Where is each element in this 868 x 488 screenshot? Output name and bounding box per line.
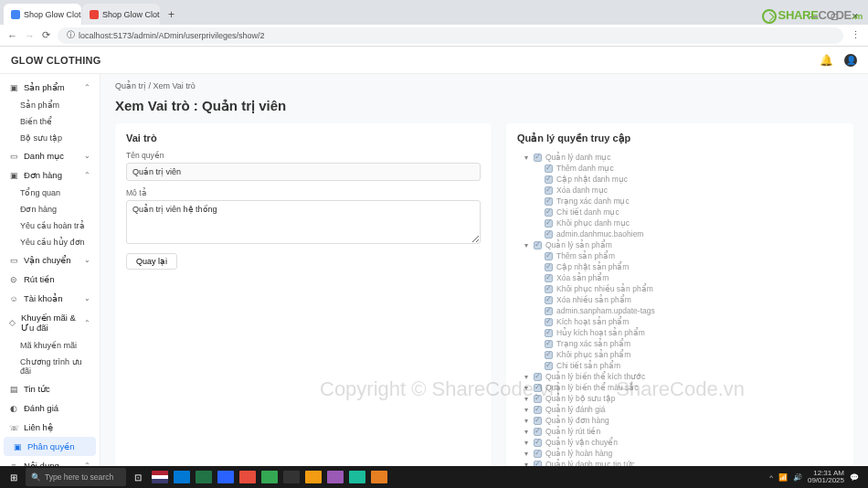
permission-item[interactable]: Xóa danh mục — [517, 185, 842, 196]
checkbox[interactable] — [545, 230, 553, 239]
checkbox[interactable] — [534, 406, 542, 414]
checkbox[interactable] — [545, 175, 553, 184]
permission-item[interactable]: Xóa sản phẩm — [517, 272, 842, 283]
permission-item[interactable]: ▾Quản lý bộ sưu tập — [517, 393, 842, 404]
sidebar-item-shipping[interactable]: ▭Vận chuyển⌄ — [0, 250, 100, 270]
taskbar-app[interactable] — [281, 467, 302, 487]
checkbox[interactable] — [545, 329, 553, 337]
brand-logo[interactable]: GLOW CLOTHING — [11, 55, 101, 66]
browser-menu-icon[interactable]: ⋮ — [851, 29, 861, 41]
nav-reload-icon[interactable]: ⟳ — [42, 29, 50, 41]
taskbar-app[interactable] — [259, 467, 280, 487]
checkbox[interactable] — [545, 307, 553, 315]
permission-item[interactable]: Thêm danh mục — [517, 163, 842, 174]
sidebar-item-products[interactable]: ▣Sản phẩm⌃ — [0, 78, 100, 97]
permission-item[interactable]: ▾Quản lý danh mục — [517, 152, 842, 163]
sidebar-sub-orders[interactable]: Đơn hàng — [0, 201, 100, 217]
sidebar-item-withdraw[interactable]: ⊝Rút tiền — [0, 270, 100, 289]
sidebar-item-accounts[interactable]: ☺Tài khoản⌄ — [0, 289, 100, 308]
sidebar-item-categories[interactable]: ▭Danh mục⌄ — [0, 146, 100, 165]
permission-item[interactable]: Chi tiết danh mục — [517, 207, 842, 217]
permission-item[interactable]: Thêm sản phẩm — [517, 250, 842, 261]
checkbox[interactable] — [534, 450, 542, 458]
sidebar-item-orders[interactable]: ▣Đơn hàng⌃ — [0, 165, 100, 185]
taskbar-app[interactable] — [172, 467, 192, 487]
permission-item[interactable]: ▾Quản lý biến thể màu sắc — [517, 382, 842, 393]
user-avatar-icon[interactable]: 👤 — [844, 54, 857, 67]
sidebar-item-reviews[interactable]: ◐Đánh giá — [0, 398, 100, 418]
checkbox[interactable] — [545, 340, 553, 348]
checkbox[interactable] — [545, 219, 553, 228]
taskbar-app[interactable] — [325, 467, 345, 487]
taskbar-app[interactable] — [238, 467, 258, 487]
nav-back-icon[interactable]: ← — [7, 30, 17, 41]
checkbox[interactable] — [545, 274, 553, 282]
checkbox[interactable] — [534, 154, 542, 162]
permission-item[interactable]: ▾Quản lý sản phẩm — [517, 239, 842, 250]
sidebar-sub-deals[interactable]: Chương trình ưu đãi — [0, 354, 100, 379]
sidebar-sub-variants[interactable]: Biến thể — [0, 113, 100, 130]
sidebar-item-permissions[interactable]: ▣Phân quyền — [4, 437, 96, 456]
tray-network-icon[interactable]: 📶 — [778, 473, 788, 482]
checkbox[interactable] — [545, 351, 553, 359]
taskbar-clock[interactable]: 12:31 AM 09/01/2025 — [808, 470, 844, 484]
url-input[interactable]: ⓘ localhost:5173/admin/ADmin/userprivile… — [58, 27, 843, 44]
sidebar-item-news[interactable]: ▤Tin tức — [0, 379, 100, 398]
checkbox[interactable] — [545, 197, 553, 206]
permission-item[interactable]: Khôi phục nhiều sản phẩm — [517, 283, 842, 294]
taskbar-app[interactable] — [369, 467, 389, 487]
taskbar-app[interactable] — [150, 467, 170, 487]
tray-volume-icon[interactable]: 🔊 — [793, 473, 802, 482]
permission-item[interactable]: Chi tiết sản phẩm — [517, 360, 842, 371]
sidebar-sub-products[interactable]: Sản phẩm — [0, 97, 100, 113]
checkbox[interactable] — [534, 373, 542, 381]
checkbox[interactable] — [545, 208, 553, 217]
permission-item[interactable]: Trạng xác danh mục — [517, 196, 842, 207]
sidebar-sub-coupons[interactable]: Mã khuyến mãi — [0, 337, 100, 354]
checkbox[interactable] — [534, 428, 542, 436]
checkbox[interactable] — [545, 362, 553, 370]
permission-item[interactable]: admin.danhmuc.baohiem — [517, 228, 842, 239]
taskbar-app[interactable] — [347, 467, 367, 487]
permission-item[interactable]: Xóa nhiều sản phẩm — [517, 294, 842, 305]
checkbox[interactable] — [534, 417, 542, 425]
back-button[interactable]: Quay lại — [126, 253, 177, 270]
sidebar-item-promotions[interactable]: ◇Khuyến mãi & Ưu đãi⌃ — [0, 308, 100, 337]
permission-item[interactable]: ▾Quản lý rút tiền — [517, 426, 842, 437]
checkbox[interactable] — [545, 252, 553, 260]
sidebar-sub-collections[interactable]: Bộ sưu tập — [0, 130, 100, 146]
sidebar-item-contact[interactable]: ☏Liên hệ — [0, 418, 100, 437]
permission-item[interactable]: ▾Quản lý biến thể kích thước — [517, 371, 842, 382]
taskbar-app[interactable] — [303, 467, 323, 487]
taskbar-search[interactable]: 🔍Type here to search — [26, 468, 126, 486]
checkbox[interactable] — [545, 164, 553, 173]
new-tab-button[interactable]: + — [161, 5, 182, 25]
permission-item[interactable]: ▾Quản lý hoàn hàng — [517, 448, 842, 459]
checkbox[interactable] — [545, 186, 553, 195]
permission-item[interactable]: ▾Quản lý đánh giá — [517, 404, 842, 415]
checkbox[interactable] — [545, 285, 553, 293]
checkbox[interactable] — [534, 395, 542, 403]
tray-chevron-icon[interactable]: ^ — [769, 473, 773, 482]
sidebar-sub-overview[interactable]: Tổng quan — [0, 185, 100, 201]
checkbox[interactable] — [534, 439, 542, 447]
sidebar-sub-returns[interactable]: Yêu cầu hoàn trả — [0, 217, 100, 234]
browser-tab[interactable]: Shop Glow Clothing × — [82, 4, 160, 25]
role-name-input[interactable] — [126, 163, 481, 181]
permission-item[interactable]: Trạng xác sản phẩm — [517, 338, 842, 349]
permission-item[interactable]: ▾Quản lý đơn hàng — [517, 415, 842, 426]
checkbox[interactable] — [545, 296, 553, 304]
permission-item[interactable]: Khôi phục sản phẩm — [517, 349, 842, 360]
notifications-icon[interactable]: 🔔 — [820, 54, 833, 67]
checkbox[interactable] — [534, 384, 542, 392]
start-button[interactable]: ⊞ — [4, 467, 24, 487]
permission-item[interactable]: admin.sanpham.update-tags — [517, 305, 842, 316]
breadcrumb[interactable]: Quản trị / Xem Vai trò — [115, 81, 853, 90]
browser-tab-active[interactable]: Shop Glow Clothing × — [4, 4, 81, 25]
permission-item[interactable]: Kích hoạt sản phẩm — [517, 316, 842, 327]
sidebar-item-content[interactable]: ≡Nội dung⌃ — [0, 456, 100, 466]
permission-item[interactable]: Cập nhật danh mục — [517, 174, 842, 185]
sidebar-sub-cancel[interactable]: Yêu cầu hủy đơn — [0, 234, 100, 250]
checkbox[interactable] — [534, 241, 542, 249]
taskbar-app[interactable] — [216, 467, 236, 487]
